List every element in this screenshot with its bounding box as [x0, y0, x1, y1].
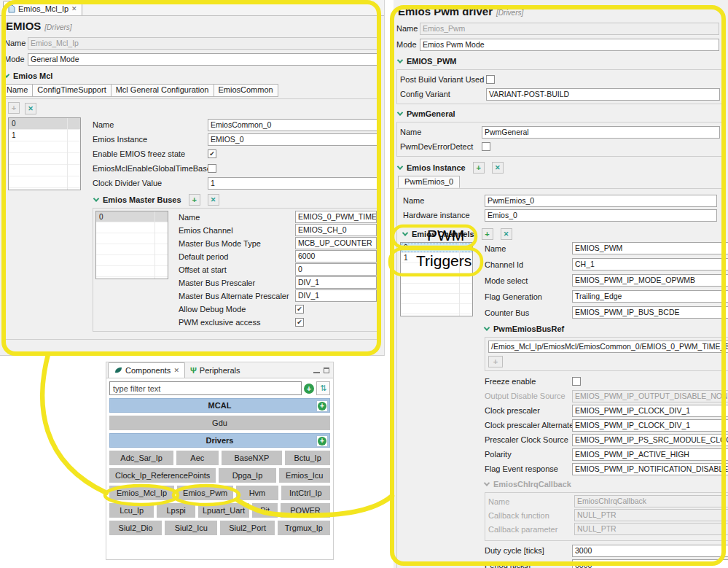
component-button[interactable]: Siul2_Dio — [109, 521, 162, 535]
list-item[interactable] — [9, 141, 80, 153]
list-item[interactable] — [96, 266, 168, 277]
checkbox[interactable]: ✔ — [295, 318, 304, 327]
field-input[interactable]: CH_1 — [572, 258, 728, 271]
list-item[interactable] — [9, 165, 80, 176]
list-item[interactable] — [96, 222, 168, 233]
remove-icon[interactable]: ✕ — [501, 228, 512, 240]
section-emios-mcl[interactable]: Emios Mcl — [4, 69, 384, 82]
section-pwm-general[interactable]: PwmGeneral — [398, 107, 724, 120]
list-item[interactable]: 0 — [401, 243, 472, 253]
tab-pwmemios-0[interactable]: PwmEmios_0 — [398, 176, 460, 188]
add-icon[interactable]: + — [316, 435, 328, 447]
checkbox[interactable] — [208, 164, 216, 173]
remove-icon[interactable]: ✕ — [25, 103, 36, 114]
component-button[interactable]: Bctu_Ip — [285, 451, 330, 465]
maximize-icon[interactable] — [324, 367, 329, 373]
config-tab[interactable]: ConfigTimeSupport — [32, 84, 111, 97]
field-input[interactable]: EMIOS_PWM_IP_CLOCK_DIV_1 — [572, 405, 728, 417]
field-input[interactable]: EmiosChIrqCallback — [574, 495, 728, 507]
sort-icon[interactable]: ⇅ — [316, 381, 330, 395]
component-button[interactable]: Hvm — [236, 486, 278, 500]
section-emios-master-buses[interactable]: Emios Master Buses + ✕ — [94, 193, 380, 206]
close-icon[interactable]: ✕ — [71, 5, 77, 12]
component-button[interactable]: Siul2_Port — [220, 521, 274, 535]
list-item[interactable] — [96, 255, 168, 266]
component-button[interactable]: POWER — [281, 503, 330, 518]
component-button[interactable]: Trgmux_Ip — [278, 521, 330, 535]
component-button[interactable]: Gdu — [109, 416, 330, 430]
close-icon[interactable]: ✕ — [173, 367, 179, 374]
add-icon[interactable]: + — [316, 400, 328, 412]
add-icon[interactable]: + — [304, 384, 314, 394]
list-item[interactable] — [401, 294, 472, 304]
component-button[interactable]: Dpga_Ip — [219, 468, 275, 483]
section-emios-instance[interactable]: Emios Instance + ✕ — [398, 161, 724, 174]
field-input[interactable]: EMIOS_CH_0 — [295, 224, 377, 236]
list-item[interactable] — [401, 263, 472, 273]
minimize-icon[interactable] — [313, 367, 320, 373]
checkbox[interactable] — [486, 75, 495, 84]
add-icon[interactable]: + — [8, 102, 20, 114]
tab-components[interactable]: Components ✕ — [108, 362, 185, 378]
component-button[interactable]: Lpspi — [157, 503, 195, 518]
list-item[interactable]: 0 — [96, 211, 168, 222]
field-input[interactable]: MCB_UP_COUNTER — [295, 237, 377, 249]
field-input[interactable]: EMIOS_PWM_IP_PS_SRC_MODULE_CLOCK — [572, 434, 728, 446]
field-input[interactable]: 3000 — [572, 545, 728, 557]
field-input[interactable]: VARIANT-POST-BUILD — [486, 88, 720, 101]
field-input[interactable]: EMIOS_PWM_IP_CLOCK_DIV_1 — [572, 419, 728, 432]
field-input[interactable]: 0 — [295, 263, 377, 276]
search-input[interactable] — [109, 381, 302, 395]
field-input[interactable]: EMIOS_0_PWM_TIME_BASE — [295, 211, 377, 223]
add-icon[interactable]: + — [473, 162, 485, 174]
remove-icon[interactable]: ✕ — [208, 194, 219, 206]
field-input[interactable]: EMIOS_PWM_IP_ACTIVE_HIGH — [572, 448, 728, 461]
component-button[interactable]: Lpuart_Uart — [198, 503, 249, 518]
field-input[interactable]: NULL_PTR — [574, 509, 728, 521]
field-input[interactable]: PwmEmios_0 — [485, 195, 717, 207]
field-input[interactable]: EMIOS_PWM_IP_NOTIFICATION_DISABLED — [572, 463, 728, 475]
list-item[interactable]: 0 — [9, 118, 80, 130]
add-icon[interactable]: + — [189, 194, 200, 206]
mode-field[interactable]: General Mode — [28, 53, 380, 66]
name-field[interactable]: Emios_Pwm — [420, 23, 719, 35]
list-item[interactable] — [9, 176, 80, 188]
component-button[interactable]: Siul2_Icu — [165, 521, 217, 535]
field-input[interactable]: Trailing_Edge — [572, 290, 728, 303]
bus-ref-field[interactable]: /Emios_Mcl_Ip/EmiosMcl/EmiosCommon_0/EMI… — [488, 341, 728, 353]
tab-emios-mcl-ip[interactable]: Emios_Mcl_Ip ✕ — [3, 1, 82, 15]
section-pwm-emios-bus-ref[interactable]: PwmEmiosBusRef — [485, 322, 728, 335]
field-input[interactable]: Emios_0 — [485, 209, 717, 222]
field-input[interactable]: EMIOS_PWM — [572, 242, 728, 254]
component-button[interactable]: Lcu_Ip — [109, 503, 154, 518]
list-item[interactable] — [401, 304, 472, 314]
component-button[interactable]: Emios_Pwm — [177, 486, 233, 500]
section-emios-pwm[interactable]: EMIOS_PWM — [398, 55, 724, 68]
field-input[interactable]: DIV_1 — [295, 289, 377, 302]
component-button[interactable]: Pit — [252, 503, 278, 518]
field-input[interactable]: NULL_PTR — [574, 523, 728, 535]
component-button[interactable]: BaseNXP — [222, 451, 283, 465]
component-button[interactable]: Aec — [176, 451, 218, 465]
remove-icon[interactable]: ✕ — [492, 162, 504, 174]
list-item[interactable] — [96, 233, 168, 244]
config-tab[interactable]: Mcl General Configuration — [111, 84, 214, 97]
section-emios-channels[interactable]: Emios Channels + ✕ — [403, 227, 720, 241]
component-button[interactable]: Clock_Ip_ReferencePoints — [109, 468, 216, 483]
field-input[interactable]: 1 — [208, 177, 380, 190]
component-button[interactable]: IntCtrl_Ip — [281, 486, 330, 500]
component-button[interactable]: Adc_Sar_Ip — [109, 451, 173, 465]
field-input[interactable]: 6000 — [572, 559, 728, 568]
field-input[interactable]: EMIOS_PWM_IP_OUTPUT_DISABLE_NONE — [572, 390, 728, 402]
field-input[interactable]: EMIOS_PWM_IP_BUS_BCDE — [572, 306, 728, 319]
field-input[interactable]: PwmGeneral — [482, 126, 720, 139]
section-emios-ch-irq-callback[interactable]: EmiosChIrqCallback — [485, 478, 728, 491]
list-item[interactable] — [401, 273, 472, 284]
tab-peripherals[interactable]: Ψ Peripherals — [185, 362, 246, 378]
checkbox[interactable]: ✔ — [208, 149, 216, 158]
list-item[interactable]: 1 — [401, 253, 472, 263]
field-input[interactable]: EMIOS_PWM_IP_MODE_OPWMB — [572, 274, 728, 287]
component-button[interactable]: Emios_Icu — [279, 468, 331, 483]
component-button[interactable]: Emios_Mcl_Ip — [109, 486, 174, 500]
checkbox[interactable] — [482, 142, 490, 151]
